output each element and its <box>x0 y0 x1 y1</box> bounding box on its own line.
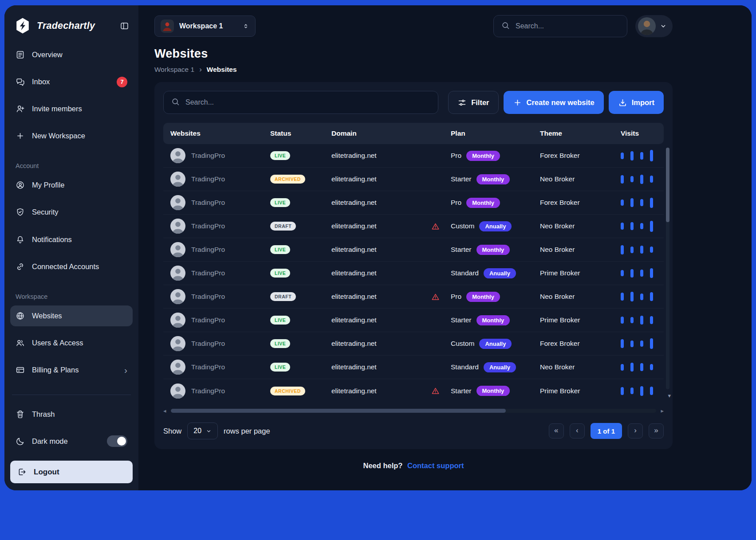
sidebar-item-invite-members[interactable]: Invite members <box>10 98 133 119</box>
website-name: TradingPro <box>191 316 225 324</box>
vertical-scrollbar[interactable] <box>666 148 669 389</box>
sidebar-divider <box>12 395 131 395</box>
status-badge: LIVE <box>270 339 290 348</box>
website-name: TradingPro <box>191 363 225 371</box>
logo-row: Tradechartly <box>10 12 133 44</box>
status-badge: LIVE <box>270 363 290 372</box>
theme-name: Prime Broker <box>540 316 621 324</box>
sidebar-item-websites[interactable]: Websites <box>10 305 133 326</box>
sidebar-item-inbox[interactable]: Inbox 7 <box>10 71 133 92</box>
plan-cell: Pro Monthly <box>451 198 540 208</box>
status-cell: ARCHIVED <box>270 175 331 184</box>
website-cell: TradingPro <box>170 172 270 187</box>
website-domain: elitetrading.net <box>331 363 431 371</box>
website-cell: TradingPro <box>170 360 270 375</box>
vertical-scrollbar-thumb[interactable] <box>666 148 669 222</box>
horizontal-scrollbar-track[interactable] <box>171 409 657 413</box>
website-domain: elitetrading.net <box>331 199 431 207</box>
warning-icon <box>431 387 440 395</box>
website-avatar <box>170 242 185 257</box>
sidebar-item-thrash[interactable]: Thrash <box>10 404 133 425</box>
table-row[interactable]: TradingPro ARCHIVED elitetrading.net Sta… <box>163 168 664 191</box>
import-button[interactable]: Import <box>609 91 664 114</box>
status-badge: DRAFT <box>270 222 296 231</box>
scroll-down-icon[interactable]: ▾ <box>668 392 671 399</box>
import-label: Import <box>632 98 654 107</box>
rows-per-page-label: rows per page <box>224 427 270 435</box>
sidebar-item-connected-accounts[interactable]: Connected Accounts <box>10 256 133 277</box>
toggle-knob <box>117 437 126 446</box>
plan-cell: Starter Monthly <box>451 315 540 325</box>
sidebar-item-notifications[interactable]: Notifications <box>10 229 133 250</box>
page-indicator[interactable]: 1 of 1 <box>591 423 622 439</box>
table-row[interactable]: TradingPro LIVE elitetrading.net Standar… <box>163 262 664 285</box>
table-row[interactable]: TradingPro DRAFT elitetrading.net Custom… <box>163 215 664 238</box>
filter-button[interactable]: Filter <box>448 91 498 114</box>
shield-check-icon <box>16 207 25 217</box>
dark-mode-toggle[interactable] <box>107 435 127 447</box>
sidebar-item-users-access[interactable]: Users & Access <box>10 333 133 353</box>
visits-chart <box>621 285 657 308</box>
websites-card: Filter Create new website Import Website… <box>154 82 673 449</box>
user-menu[interactable] <box>635 15 673 37</box>
table-row[interactable]: TradingPro DRAFT elitetrading.net Pro Mo… <box>163 285 664 309</box>
workspace-name: Workspace 1 <box>179 22 223 30</box>
create-website-button[interactable]: Create new website <box>504 91 604 114</box>
theme-name: Prime Broker <box>540 269 621 277</box>
plan-name: Custom <box>451 340 474 348</box>
plan-cell: Standard Anually <box>451 268 540 278</box>
sidebar-collapse-icon[interactable] <box>120 21 129 31</box>
table-row[interactable]: TradingPro LIVE elitetrading.net Standar… <box>163 356 664 379</box>
website-avatar <box>170 219 185 234</box>
plan-cell: Pro Monthly <box>451 151 540 161</box>
globe-icon <box>16 311 25 321</box>
table-row[interactable]: TradingPro ARCHIVED elitetrading.net Sta… <box>163 379 664 403</box>
website-domain: elitetrading.net <box>331 316 431 324</box>
workspace-selector[interactable]: Workspace 1 <box>154 16 256 37</box>
first-page-button[interactable]: « <box>549 423 564 438</box>
sidebar-spacer <box>10 387 133 388</box>
scroll-left-icon[interactable]: ◂ <box>163 408 166 414</box>
sidebar-item-overview[interactable]: Overview <box>10 44 133 65</box>
scroll-right-icon[interactable]: ▸ <box>661 408 664 414</box>
table-row[interactable]: TradingPro LIVE elitetrading.net Starter… <box>163 238 664 262</box>
moon-icon <box>16 437 25 446</box>
website-domain: elitetrading.net <box>331 175 431 183</box>
table-row[interactable]: TradingPro LIVE elitetrading.net Pro Mon… <box>163 144 664 168</box>
table-row[interactable]: TradingPro LIVE elitetrading.net Pro Mon… <box>163 191 664 215</box>
logout-button[interactable]: Logout <box>10 461 133 483</box>
website-name: TradingPro <box>191 246 225 254</box>
table-row[interactable]: TradingPro LIVE elitetrading.net Starter… <box>163 309 664 332</box>
horizontal-scrollbar-thumb[interactable] <box>171 409 506 413</box>
profile-icon <box>16 180 25 190</box>
next-page-button[interactable]: › <box>628 423 643 438</box>
global-search-input[interactable] <box>516 22 620 30</box>
table-search-input[interactable] <box>185 98 431 106</box>
breadcrumb-root[interactable]: Workspace 1 <box>154 66 194 74</box>
website-cell: TradingPro <box>170 195 270 210</box>
status-cell: LIVE <box>270 269 331 278</box>
trash-icon <box>16 410 25 419</box>
website-avatar <box>170 313 185 328</box>
sidebar-item-billing-plans[interactable]: Billing & Plans › <box>10 360 133 380</box>
contact-support-link[interactable]: Contact support <box>407 462 464 470</box>
rows-per-page-select[interactable]: 20 <box>187 423 218 439</box>
table-row[interactable]: TradingPro LIVE elitetrading.net Custom … <box>163 332 664 356</box>
billing-badge: Monthly <box>476 245 510 255</box>
website-domain: elitetrading.net <box>331 222 431 230</box>
sidebar-item-my-profile[interactable]: My Profile <box>10 175 133 196</box>
sidebar-item-security[interactable]: Security <box>10 202 133 223</box>
sidebar-item-label: Dark mode <box>32 437 68 446</box>
theme-name: Prime Broker <box>540 387 621 395</box>
app-title: Tradechartly <box>37 20 95 31</box>
plan-name: Standard <box>451 363 479 371</box>
sidebar-item-new-workspace[interactable]: New Workspace <box>10 125 133 146</box>
status-cell: LIVE <box>270 339 331 348</box>
global-search[interactable] <box>493 15 627 37</box>
plan-cell: Pro Monthly <box>451 292 540 302</box>
table-search[interactable] <box>163 91 438 114</box>
last-page-button[interactable]: » <box>649 423 664 438</box>
topbar: Workspace 1 <box>138 5 752 41</box>
previous-page-button[interactable]: ‹ <box>570 423 585 438</box>
status-cell: LIVE <box>270 316 331 325</box>
